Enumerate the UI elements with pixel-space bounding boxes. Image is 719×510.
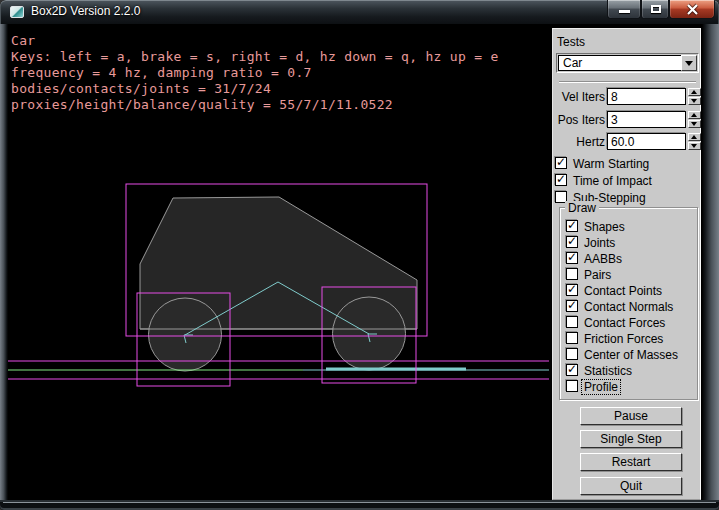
pos-iters-input[interactable] [607,111,686,128]
statistics-label: Statistics [584,364,632,378]
maximize-icon [651,5,661,13]
draw-group-label: Draw [565,201,599,215]
stats-test-name: Car [11,33,35,48]
center-of-masses-checkbox[interactable] [566,348,578,360]
draw-group: Draw Shapes Joints AABBs Pairs [559,207,698,400]
statistics-checkbox[interactable] [566,364,578,376]
client-area: Car Keys: left = a, brake = s, right = d… [8,24,702,500]
joints-label: Joints [584,236,615,250]
hertz-spinner [688,133,701,150]
quit-button[interactable]: Quit [580,477,682,495]
vel-iters-label: Vel Iters [562,90,605,104]
profile-checkbox[interactable] [566,380,578,392]
stats-bodies: bodies/contacts/joints = 31/7/24 [11,81,271,96]
profile-label: Profile [582,380,620,394]
close-icon [686,3,699,16]
center-of-masses-label: Center of Masses [584,348,678,362]
contact-forces-checkbox[interactable] [566,316,578,328]
contact-normals-label: Contact Normals [584,300,673,314]
shapes-label: Shapes [584,220,625,234]
tests-dropdown[interactable]: Car [556,53,699,73]
restart-button[interactable]: Restart [580,453,682,471]
spinner-down-icon[interactable] [688,97,701,105]
stats-frequency: frequency = 4 hz, damping ratio = 0.7 [11,65,312,80]
tests-dropdown-button[interactable] [681,55,697,71]
close-button[interactable] [669,0,715,19]
pairs-label: Pairs [584,268,611,282]
spinner-up-icon[interactable] [688,133,701,141]
spinner-up-icon[interactable] [688,88,701,96]
contact-points-label: Contact Points [584,284,662,298]
single-step-button[interactable]: Single Step [580,430,682,448]
maximize-button[interactable] [641,0,669,19]
warm-starting-checkbox[interactable] [555,157,567,169]
vel-iters-row: Vel Iters [553,88,702,105]
minimize-button[interactable] [607,0,641,19]
hertz-label: Hertz [576,135,605,149]
separator [559,81,696,83]
app-window: Box2D Version 2.2.0 [0,0,719,510]
friction-forces-checkbox[interactable] [566,332,578,344]
titlebar[interactable]: Box2D Version 2.2.0 [0,0,719,24]
chevron-down-icon [685,61,693,66]
contact-points-checkbox[interactable] [566,284,578,296]
pos-iters-spinner [688,111,701,128]
stats-proxies: proxies/height/balance/quality = 55/7/1/… [11,97,393,112]
pos-iters-row: Pos Iters [553,111,702,128]
contact-normals-checkbox[interactable] [566,300,578,312]
vel-iters-input[interactable] [607,88,686,105]
spinner-up-icon[interactable] [688,111,701,119]
time-of-impact-checkbox[interactable] [555,174,567,186]
joints-checkbox[interactable] [566,236,578,248]
hertz-row: Hertz [553,133,702,150]
tests-label: Tests [557,35,585,49]
warm-starting-label: Warm Starting [573,157,649,171]
caption-buttons [607,0,715,19]
shapes-checkbox[interactable] [566,220,578,232]
stats-keys: Keys: left = a, brake = s, right = d, hz… [11,49,499,64]
hertz-input[interactable] [607,133,686,150]
window-border-bottom [0,500,719,510]
window-border-left [0,24,8,500]
aabbs-label: AABBs [584,252,622,266]
pause-button[interactable]: Pause [580,407,682,425]
vel-iters-spinner [688,88,701,105]
simulation-canvas[interactable]: Car Keys: left = a, brake = s, right = d… [8,24,549,500]
spinner-down-icon[interactable] [688,142,701,150]
app-icon [10,6,24,18]
pairs-checkbox[interactable] [566,268,578,280]
contact-forces-label: Contact Forces [584,316,665,330]
tests-dropdown-value: Car [558,55,697,71]
window-border-sheen [3,502,716,503]
control-panel: Tests Car Vel Iters Pos Iters [552,28,701,500]
spinner-down-icon[interactable] [688,120,701,128]
window-title: Box2D Version 2.2.0 [31,0,140,24]
pos-iters-label: Pos Iters [558,113,605,127]
minimize-icon [619,10,630,13]
friction-forces-label: Friction Forces [584,332,663,346]
time-of-impact-label: Time of Impact [573,174,652,188]
aabbs-checkbox[interactable] [566,252,578,264]
window-border-right [702,24,719,500]
